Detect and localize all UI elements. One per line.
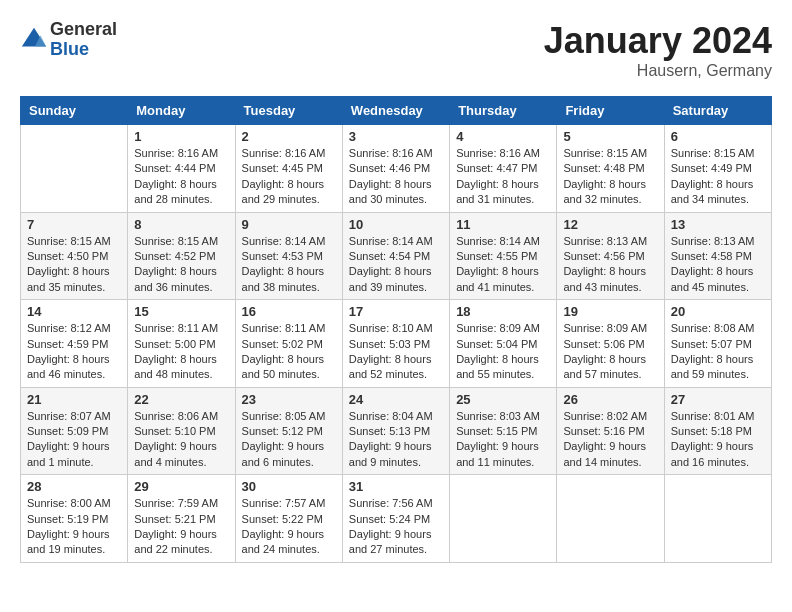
day-number: 29 [134, 479, 228, 494]
day-info: Sunrise: 8:06 AMSunset: 5:10 PMDaylight:… [134, 409, 228, 471]
sunset-text: Sunset: 4:50 PM [27, 249, 121, 264]
day-info: Sunrise: 8:03 AMSunset: 5:15 PMDaylight:… [456, 409, 550, 471]
sunset-text: Sunset: 5:00 PM [134, 337, 228, 352]
sunrise-text: Sunrise: 7:57 AM [242, 496, 336, 511]
weekday-header-tuesday: Tuesday [235, 97, 342, 125]
daylight-text: Daylight: 8 hours and 43 minutes. [563, 264, 657, 295]
day-number: 12 [563, 217, 657, 232]
day-number: 22 [134, 392, 228, 407]
sunset-text: Sunset: 4:52 PM [134, 249, 228, 264]
logo: General Blue [20, 20, 117, 60]
calendar-week-row: 7Sunrise: 8:15 AMSunset: 4:50 PMDaylight… [21, 212, 772, 300]
calendar-week-row: 28Sunrise: 8:00 AMSunset: 5:19 PMDayligh… [21, 475, 772, 563]
calendar-cell: 17Sunrise: 8:10 AMSunset: 5:03 PMDayligh… [342, 300, 449, 388]
sunset-text: Sunset: 4:45 PM [242, 161, 336, 176]
sunrise-text: Sunrise: 8:10 AM [349, 321, 443, 336]
day-number: 3 [349, 129, 443, 144]
location-text: Hausern, Germany [544, 62, 772, 80]
calendar-cell: 7Sunrise: 8:15 AMSunset: 4:50 PMDaylight… [21, 212, 128, 300]
daylight-text: Daylight: 8 hours and 39 minutes. [349, 264, 443, 295]
day-number: 2 [242, 129, 336, 144]
sunset-text: Sunset: 4:56 PM [563, 249, 657, 264]
sunrise-text: Sunrise: 8:01 AM [671, 409, 765, 424]
day-info: Sunrise: 7:57 AMSunset: 5:22 PMDaylight:… [242, 496, 336, 558]
day-info: Sunrise: 8:02 AMSunset: 5:16 PMDaylight:… [563, 409, 657, 471]
day-info: Sunrise: 8:15 AMSunset: 4:52 PMDaylight:… [134, 234, 228, 296]
day-info: Sunrise: 8:04 AMSunset: 5:13 PMDaylight:… [349, 409, 443, 471]
calendar-cell: 30Sunrise: 7:57 AMSunset: 5:22 PMDayligh… [235, 475, 342, 563]
sunset-text: Sunset: 4:46 PM [349, 161, 443, 176]
logo-general-text: General [50, 20, 117, 40]
day-number: 30 [242, 479, 336, 494]
weekday-header-wednesday: Wednesday [342, 97, 449, 125]
calendar-cell: 1Sunrise: 8:16 AMSunset: 4:44 PMDaylight… [128, 125, 235, 213]
calendar-cell: 25Sunrise: 8:03 AMSunset: 5:15 PMDayligh… [450, 387, 557, 475]
calendar-cell: 21Sunrise: 8:07 AMSunset: 5:09 PMDayligh… [21, 387, 128, 475]
daylight-text: Daylight: 9 hours and 24 minutes. [242, 527, 336, 558]
day-number: 13 [671, 217, 765, 232]
page-header: General Blue January 2024 Hausern, Germa… [20, 20, 772, 80]
sunset-text: Sunset: 4:44 PM [134, 161, 228, 176]
calendar-week-row: 1Sunrise: 8:16 AMSunset: 4:44 PMDaylight… [21, 125, 772, 213]
calendar-cell: 6Sunrise: 8:15 AMSunset: 4:49 PMDaylight… [664, 125, 771, 213]
sunset-text: Sunset: 5:02 PM [242, 337, 336, 352]
sunset-text: Sunset: 4:47 PM [456, 161, 550, 176]
day-info: Sunrise: 8:16 AMSunset: 4:46 PMDaylight:… [349, 146, 443, 208]
daylight-text: Daylight: 9 hours and 14 minutes. [563, 439, 657, 470]
daylight-text: Daylight: 9 hours and 1 minute. [27, 439, 121, 470]
day-info: Sunrise: 8:08 AMSunset: 5:07 PMDaylight:… [671, 321, 765, 383]
sunset-text: Sunset: 5:10 PM [134, 424, 228, 439]
day-info: Sunrise: 8:12 AMSunset: 4:59 PMDaylight:… [27, 321, 121, 383]
day-number: 25 [456, 392, 550, 407]
sunrise-text: Sunrise: 8:16 AM [242, 146, 336, 161]
calendar-cell: 26Sunrise: 8:02 AMSunset: 5:16 PMDayligh… [557, 387, 664, 475]
daylight-text: Daylight: 8 hours and 57 minutes. [563, 352, 657, 383]
calendar-cell: 9Sunrise: 8:14 AMSunset: 4:53 PMDaylight… [235, 212, 342, 300]
calendar-cell: 12Sunrise: 8:13 AMSunset: 4:56 PMDayligh… [557, 212, 664, 300]
calendar-cell: 5Sunrise: 8:15 AMSunset: 4:48 PMDaylight… [557, 125, 664, 213]
sunset-text: Sunset: 5:06 PM [563, 337, 657, 352]
day-number: 20 [671, 304, 765, 319]
day-info: Sunrise: 7:59 AMSunset: 5:21 PMDaylight:… [134, 496, 228, 558]
day-info: Sunrise: 7:56 AMSunset: 5:24 PMDaylight:… [349, 496, 443, 558]
sunrise-text: Sunrise: 8:14 AM [349, 234, 443, 249]
daylight-text: Daylight: 8 hours and 48 minutes. [134, 352, 228, 383]
sunrise-text: Sunrise: 8:11 AM [242, 321, 336, 336]
weekday-header-thursday: Thursday [450, 97, 557, 125]
weekday-header-monday: Monday [128, 97, 235, 125]
daylight-text: Daylight: 8 hours and 55 minutes. [456, 352, 550, 383]
sunset-text: Sunset: 4:54 PM [349, 249, 443, 264]
day-number: 11 [456, 217, 550, 232]
daylight-text: Daylight: 9 hours and 19 minutes. [27, 527, 121, 558]
day-info: Sunrise: 8:16 AMSunset: 4:44 PMDaylight:… [134, 146, 228, 208]
sunrise-text: Sunrise: 8:00 AM [27, 496, 121, 511]
calendar-cell: 19Sunrise: 8:09 AMSunset: 5:06 PMDayligh… [557, 300, 664, 388]
daylight-text: Daylight: 8 hours and 41 minutes. [456, 264, 550, 295]
sunset-text: Sunset: 4:49 PM [671, 161, 765, 176]
calendar-week-row: 21Sunrise: 8:07 AMSunset: 5:09 PMDayligh… [21, 387, 772, 475]
daylight-text: Daylight: 8 hours and 28 minutes. [134, 177, 228, 208]
calendar-cell: 20Sunrise: 8:08 AMSunset: 5:07 PMDayligh… [664, 300, 771, 388]
day-info: Sunrise: 8:05 AMSunset: 5:12 PMDaylight:… [242, 409, 336, 471]
weekday-header-sunday: Sunday [21, 97, 128, 125]
sunset-text: Sunset: 5:22 PM [242, 512, 336, 527]
weekday-header-row: SundayMondayTuesdayWednesdayThursdayFrid… [21, 97, 772, 125]
day-number: 28 [27, 479, 121, 494]
sunset-text: Sunset: 5:09 PM [27, 424, 121, 439]
sunrise-text: Sunrise: 8:14 AM [242, 234, 336, 249]
calendar-cell [557, 475, 664, 563]
day-number: 21 [27, 392, 121, 407]
calendar-table: SundayMondayTuesdayWednesdayThursdayFrid… [20, 96, 772, 563]
weekday-header-friday: Friday [557, 97, 664, 125]
sunrise-text: Sunrise: 7:59 AM [134, 496, 228, 511]
day-info: Sunrise: 8:07 AMSunset: 5:09 PMDaylight:… [27, 409, 121, 471]
sunset-text: Sunset: 4:58 PM [671, 249, 765, 264]
sunset-text: Sunset: 5:07 PM [671, 337, 765, 352]
sunset-text: Sunset: 5:15 PM [456, 424, 550, 439]
day-number: 7 [27, 217, 121, 232]
day-info: Sunrise: 8:09 AMSunset: 5:04 PMDaylight:… [456, 321, 550, 383]
day-info: Sunrise: 8:14 AMSunset: 4:53 PMDaylight:… [242, 234, 336, 296]
sunrise-text: Sunrise: 8:16 AM [456, 146, 550, 161]
daylight-text: Daylight: 8 hours and 31 minutes. [456, 177, 550, 208]
daylight-text: Daylight: 8 hours and 29 minutes. [242, 177, 336, 208]
